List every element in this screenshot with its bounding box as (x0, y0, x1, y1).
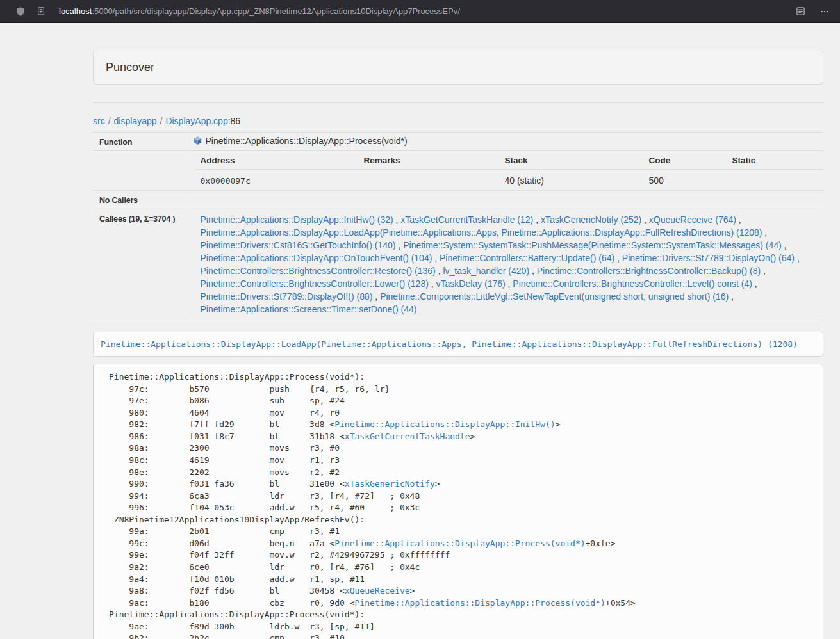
callee-link[interactable]: Pinetime::Controllers::BrightnessControl… (513, 279, 752, 289)
table-row: 0x0000097c 40 (static) 500 (195, 170, 824, 190)
tracking-protection-shield-icon[interactable] (14, 5, 27, 18)
site-identity-page-icon[interactable] (35, 5, 47, 18)
no-callers-label: No Callers (93, 191, 186, 209)
function-name: Pinetime::Applications::DisplayApp::Proc… (206, 136, 408, 146)
callee-link[interactable]: xQueueReceive (764) (649, 214, 736, 225)
function-code-size: 500 (644, 170, 727, 190)
callee-link[interactable]: Pinetime::Controllers::BrightnessControl… (201, 279, 429, 289)
col-address: Address (195, 151, 359, 170)
callee-link[interactable]: Pinetime::Controllers::BrightnessControl… (537, 266, 761, 276)
callee-link[interactable]: Pinetime::Components::LittleVgl::SetNewT… (380, 291, 729, 302)
url-text[interactable]: localhost:5000/path/src/displayapp/Displ… (59, 6, 784, 16)
callee-link[interactable]: Pinetime::Drivers::St7789::DisplayOff() … (201, 291, 373, 302)
callee-link[interactable]: Pinetime::Applications::Screens::Timer::… (201, 304, 417, 314)
table-row: Function Pinetime::Applications::Display… (93, 133, 823, 151)
disassembly-code: Pinetime::Applications::DisplayApp::Proc… (93, 364, 823, 639)
reader-mode-icon[interactable] (794, 5, 807, 18)
function-row-label: Function (93, 133, 186, 151)
callee-link[interactable]: Pinetime::System::SystemTask::PushMessag… (403, 240, 782, 250)
divider (93, 102, 823, 103)
table-row: Callees (19, Σ=3704 ) Pinetime::Applicat… (93, 209, 823, 320)
function-address: 0x0000097c (195, 170, 359, 190)
browser-url-bar[interactable]: localhost:5000/path/src/displayapp/Displ… (0, 0, 840, 23)
callee-link[interactable]: Pinetime::Controllers::Battery::Update()… (440, 253, 614, 263)
breadcrumb-separator: / (160, 116, 163, 126)
callee-link[interactable]: lv_task_handler (420) (443, 266, 529, 276)
selected-callee-link[interactable]: Pinetime::Applications::DisplayApp::Load… (101, 339, 798, 349)
url-path: :5000/path/src/displayapp/DisplayApp.cpp… (92, 6, 460, 16)
page-content: Puncover src/displayapp/DisplayApp.cpp:8… (93, 51, 823, 639)
disassembly-symbol-link[interactable]: Pinetime::Applications::DisplayApp::Init… (334, 419, 555, 429)
callee-link[interactable]: Pinetime::Applications::DisplayApp::Load… (201, 227, 762, 238)
callee-link[interactable]: xTaskGenericNotify (252) (541, 214, 641, 225)
selected-callee-box: Pinetime::Applications::DisplayApp::Load… (93, 332, 823, 357)
breadcrumb: src/displayapp/DisplayApp.cpp:86 (93, 116, 823, 126)
callee-link[interactable]: Pinetime::Drivers::St7789::DisplayOn() (… (622, 253, 795, 263)
callee-link[interactable]: Pinetime::Applications::DisplayApp::Init… (201, 214, 393, 225)
breadcrumb-separator: / (108, 116, 111, 126)
function-static-size (727, 170, 824, 190)
callees-label: Callees (19, Σ=3704 ) (93, 209, 186, 320)
disassembly-symbol-link[interactable]: xQueueReceive (345, 586, 410, 595)
table-row: No Callers (93, 191, 823, 209)
disassembly-symbol-link[interactable]: Pinetime::Applications::DisplayApp::Proc… (355, 598, 605, 608)
callee-link[interactable]: xTaskGetCurrentTaskHandle (12) (400, 214, 533, 225)
function-details-table: Function Pinetime::Applications::Display… (93, 132, 823, 320)
page-actions-menu-icon[interactable] (818, 5, 831, 18)
function-remarks (359, 170, 500, 190)
function-stack: 40 (static) (500, 170, 644, 190)
col-stack: Stack (500, 151, 644, 170)
disassembly-symbol-link[interactable]: Pinetime::Applications::DisplayApp::Proc… (334, 538, 585, 548)
col-code: Code (644, 151, 727, 170)
breadcrumb-src-link[interactable]: src (93, 116, 105, 126)
breadcrumb-displayapp-link[interactable]: displayapp (114, 116, 157, 126)
empty-row-label (93, 151, 186, 191)
disassembly-symbol-link[interactable]: xTaskGetCurrentTaskHandle (345, 432, 470, 441)
app-header-panel: Puncover (93, 51, 823, 85)
table-row: Address Remarks Stack Code Static 0x0000… (93, 151, 823, 191)
breadcrumb-file-link[interactable]: DisplayApp.cpp (165, 116, 227, 126)
breadcrumb-line-number: :86 (228, 116, 240, 126)
callee-link[interactable]: Pinetime::Drivers::Cst816S::GetTouchInfo… (201, 240, 396, 250)
disassembly-symbol-link[interactable]: xTaskGenericNotify (345, 479, 435, 489)
url-host: localhost (59, 6, 92, 16)
function-type-icon (193, 136, 202, 147)
callees-list: Pinetime::Applications::DisplayApp::Init… (186, 209, 823, 320)
callee-link[interactable]: Pinetime::Applications::DisplayApp::OnTo… (201, 253, 432, 263)
col-remarks: Remarks (359, 151, 500, 170)
table-header-row: Address Remarks Stack Code Static (195, 151, 824, 170)
callee-link[interactable]: Pinetime::Controllers::BrightnessControl… (201, 266, 436, 276)
col-static: Static (727, 151, 824, 170)
callee-link[interactable]: vTaskDelay (176) (436, 279, 506, 289)
function-stats-table: Address Remarks Stack Code Static 0x0000… (195, 151, 824, 190)
page-title: Puncover (106, 61, 154, 74)
callers-cell (186, 191, 823, 209)
